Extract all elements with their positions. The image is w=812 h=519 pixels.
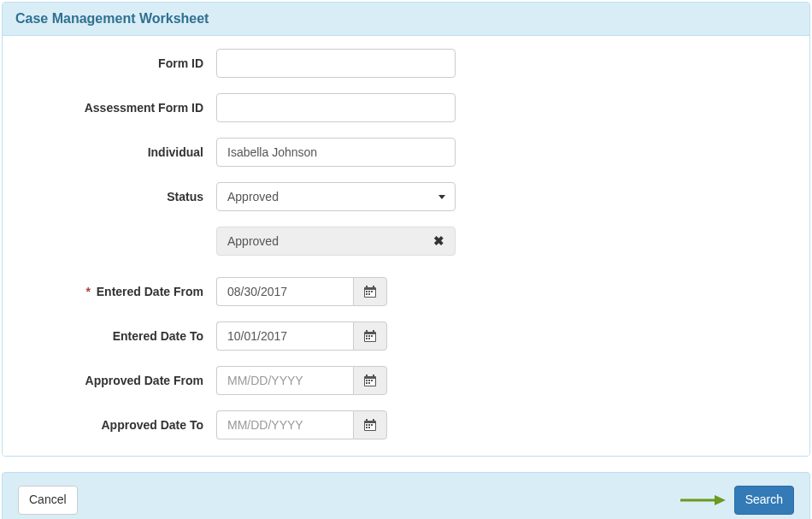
approved-date-from-input[interactable] (216, 366, 353, 395)
svg-rect-25 (366, 382, 368, 384)
svg-rect-12 (373, 330, 374, 333)
case-management-panel: Case Management Worksheet Form ID Assess… (2, 2, 810, 457)
svg-rect-15 (371, 335, 373, 337)
label-text-entered-date-from: Entered Date From (97, 285, 203, 298)
approved-date-to-picker[interactable] (353, 410, 387, 439)
footer-right-group: Search (679, 486, 794, 515)
svg-rect-34 (366, 427, 368, 428)
row-individual: Individual (15, 138, 797, 167)
svg-rect-21 (373, 375, 374, 377)
label-entered-date-from: * Entered Date From (15, 285, 216, 298)
svg-rect-4 (366, 291, 368, 292)
status-dropdown[interactable]: Approved (216, 182, 456, 211)
svg-rect-26 (368, 382, 370, 384)
calendar-icon (364, 330, 376, 342)
search-button[interactable]: Search (734, 486, 794, 515)
status-chip-row: Approved ✖ (216, 227, 797, 256)
arrow-right-icon (679, 494, 726, 506)
approved-date-to-input[interactable] (216, 410, 353, 439)
svg-rect-17 (368, 338, 370, 339)
row-approved-date-from: Approved Date From (15, 366, 797, 395)
close-icon[interactable]: ✖ (433, 233, 444, 249)
svg-rect-33 (371, 424, 373, 426)
svg-rect-8 (368, 293, 370, 295)
svg-rect-31 (366, 424, 368, 426)
row-form-id: Form ID (15, 49, 797, 78)
entered-date-to-input[interactable] (216, 321, 353, 351)
svg-rect-11 (366, 330, 368, 333)
svg-rect-20 (366, 375, 368, 377)
svg-rect-3 (373, 286, 374, 288)
svg-rect-22 (366, 380, 368, 381)
assessment-form-id-input[interactable] (216, 93, 456, 122)
svg-rect-32 (368, 424, 370, 426)
label-entered-date-to: Entered Date To (15, 329, 216, 343)
entered-date-to-picker[interactable] (353, 321, 387, 351)
entered-date-from-input[interactable] (216, 277, 353, 306)
required-mark: * (85, 285, 90, 298)
svg-rect-35 (368, 427, 370, 428)
calendar-icon (364, 286, 376, 298)
svg-rect-24 (371, 380, 373, 381)
status-chip: Approved ✖ (216, 227, 456, 256)
label-approved-date-to: Approved Date To (15, 418, 216, 432)
status-dropdown-toggle[interactable]: Approved (216, 182, 456, 211)
svg-rect-6 (371, 291, 373, 292)
label-individual: Individual (15, 145, 216, 159)
status-selected-text: Approved (227, 190, 279, 203)
svg-rect-13 (366, 335, 368, 337)
label-form-id: Form ID (15, 56, 216, 70)
row-approved-date-to: Approved Date To (15, 410, 797, 439)
svg-marker-37 (715, 495, 726, 505)
row-assessment-form-id: Assessment Form ID (15, 93, 797, 122)
svg-rect-2 (366, 286, 368, 288)
form-id-input[interactable] (216, 49, 456, 78)
caret-down-icon (438, 195, 445, 199)
panel-title: Case Management Worksheet (3, 3, 809, 36)
svg-rect-16 (366, 338, 368, 339)
svg-rect-23 (368, 380, 370, 381)
calendar-icon (364, 375, 376, 386)
panel-body: Form ID Assessment Form ID Individual St… (3, 36, 809, 456)
calendar-icon (364, 419, 376, 431)
svg-rect-30 (373, 419, 374, 422)
status-chip-text: Approved (227, 234, 279, 248)
approved-date-from-picker[interactable] (353, 366, 387, 395)
label-status: Status (15, 190, 216, 203)
row-entered-date-to: Entered Date To (15, 321, 797, 351)
individual-input[interactable] (216, 138, 456, 167)
row-status: Status Approved (15, 182, 797, 211)
footer-bar: Cancel Search (2, 472, 810, 519)
svg-rect-14 (368, 335, 370, 337)
label-approved-date-from: Approved Date From (15, 374, 216, 387)
svg-rect-29 (366, 419, 368, 422)
cancel-button[interactable]: Cancel (18, 486, 78, 515)
svg-rect-5 (368, 291, 370, 292)
label-assessment-form-id: Assessment Form ID (15, 101, 216, 115)
row-entered-date-from: * Entered Date From (15, 277, 797, 306)
svg-rect-7 (366, 293, 368, 295)
entered-date-from-picker[interactable] (353, 277, 387, 306)
